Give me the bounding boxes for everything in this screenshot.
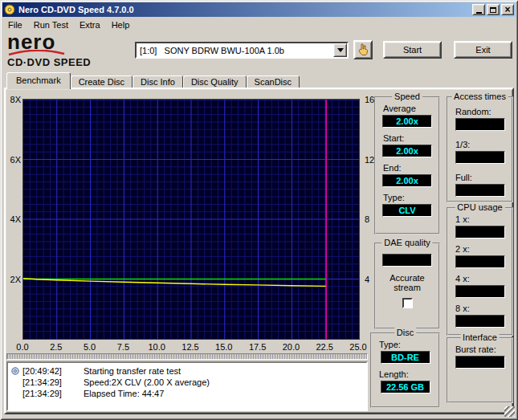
disc-panel-title: Disc	[394, 328, 416, 337]
logo-text-nero: nero	[7, 33, 129, 51]
cpu-usage-panel: CPU usage 1 x: 2 x: 4 x: 8 x:	[447, 207, 513, 336]
axis-tick-label: 10.0	[145, 342, 168, 352]
drive-select-value: [1:0] SONY BDRW BWU-100A 1.0b	[137, 46, 333, 55]
axis-tick-label: 12.5	[179, 342, 202, 352]
tab-benchmark[interactable]: Benchmark	[6, 72, 71, 89]
tab-disc-info[interactable]: Disc Info	[133, 75, 183, 88]
disc-panel: Disc Type: BD-RE Length: 22.56 GB	[370, 332, 440, 408]
access-full-value	[455, 184, 505, 197]
dae-quality-panel-title: DAE quality	[381, 238, 432, 247]
x-axis-labels: 0.02.55.07.510.012.515.017.520.022.525.0	[22, 342, 360, 353]
drive-select-dropdown-button[interactable]	[333, 43, 347, 57]
cpu-4x-label: 4 x:	[448, 274, 512, 283]
access-random-label: Random:	[448, 107, 512, 116]
disc-length-label: Length:	[372, 369, 438, 379]
speed-panel-title: Speed	[392, 92, 422, 101]
start-button[interactable]: Start	[383, 41, 442, 59]
log-time: [21:34:29]	[22, 388, 72, 399]
log-time: [20:49:42]	[22, 365, 72, 377]
axis-tick-label: 20.0	[279, 342, 302, 352]
chart-plot	[22, 99, 360, 340]
menu-bar: File Run Test Extra Help	[2, 18, 516, 32]
cpu-2x-label: 2 x:	[448, 244, 512, 254]
axis-tick-label: 8X	[8, 95, 21, 104]
speed-start-label: Start:	[376, 133, 438, 143]
resize-grip[interactable]	[504, 406, 515, 417]
interface-panel: Interface Burst rate:	[447, 337, 513, 403]
axis-tick-label: 17.5	[247, 342, 269, 352]
axis-tick-label: 15.0	[213, 342, 235, 352]
axis-tick-label: 2.5	[45, 342, 67, 352]
cpu-4x-value	[455, 285, 505, 298]
cpu-1x-value	[455, 226, 505, 239]
cpu-8x-label: 8 x:	[448, 304, 512, 313]
axis-tick-label: 16	[365, 95, 374, 104]
nero-logo: nero CD·DVD SPEED	[7, 33, 129, 71]
log-text: Starting transfer rate test	[84, 365, 181, 377]
drive-select[interactable]: [1:0] SONY BDRW BWU-100A 1.0b	[135, 42, 349, 59]
minimize-button[interactable]	[472, 4, 485, 15]
chevron-down-icon	[337, 48, 344, 55]
axis-tick-label: 4	[365, 275, 369, 284]
right-axis-labels: 481216	[363, 100, 374, 340]
speed-end-value: 2.00x	[382, 174, 432, 187]
maximize-button[interactable]	[487, 4, 500, 15]
dae-quality-value	[382, 254, 432, 267]
speed-panel: Speed Average 2.00x Start: 2.00x End: 2.…	[374, 96, 440, 234]
axis-tick-label: 12	[365, 155, 374, 165]
access-times-panel: Access times Random: 1/3: Full:	[447, 96, 513, 202]
speed-average-label: Average	[376, 104, 438, 113]
speed-start-value: 2.00x	[382, 145, 432, 157]
close-button[interactable]: ×	[501, 4, 514, 15]
left-axis-labels: 2X4X6X8X	[8, 100, 21, 340]
log-time: [21:34:29]	[22, 377, 72, 388]
axis-tick-label: 8	[365, 214, 369, 224]
axis-tick-label: 4X	[8, 214, 21, 224]
log-entry-icon	[11, 367, 19, 375]
dae-quality-panel: DAE quality Accurate stream	[374, 243, 440, 329]
tab-scandisc[interactable]: ScanDisc	[247, 75, 300, 88]
access-random-value	[455, 118, 505, 131]
disc-type-value: BD-RE	[381, 351, 430, 364]
accurate-stream-checkbox[interactable]	[402, 298, 413, 308]
speed-average-value: 2.00x	[382, 115, 432, 128]
exit-button[interactable]: Exit	[454, 41, 512, 59]
axis-tick-label: 0.0	[11, 342, 34, 352]
disc-length-value: 22.56 GB	[381, 381, 430, 393]
tab-create-disc[interactable]: Create Disc	[71, 75, 133, 88]
access-third-value	[455, 151, 505, 164]
menu-extra[interactable]: Extra	[74, 18, 106, 32]
burst-rate-value	[455, 356, 505, 369]
access-third-label: 1/3:	[448, 140, 512, 149]
speed-type-label: Type:	[376, 193, 438, 202]
app-icon[interactable]	[4, 4, 15, 15]
interface-panel-title: Interface	[460, 332, 500, 342]
hand-icon	[357, 43, 369, 56]
speed-end-label: End:	[376, 163, 438, 173]
progress-strip	[6, 353, 368, 360]
tab-strip: Benchmark Create Disc Disc Info Disc Qua…	[6, 72, 300, 89]
app-window: Nero CD-DVD Speed 4.7.0.0 × File Run Tes…	[0, 0, 518, 420]
log-text: Speed:2X CLV (2.00 X average)	[84, 377, 210, 388]
logo-text-sub: CD·DVD SPEED	[7, 56, 129, 68]
menu-help[interactable]: Help	[106, 18, 136, 32]
log-row: [20:49:42] Starting transfer rate test	[11, 365, 363, 377]
axis-tick-label: 7.5	[112, 342, 134, 352]
minimize-icon	[476, 12, 482, 14]
axis-tick-label: 22.5	[313, 342, 336, 352]
cpu-2x-value	[455, 255, 505, 268]
title-bar[interactable]: Nero CD-DVD Speed 4.7.0.0 ×	[2, 2, 516, 17]
eject-tray-button[interactable]	[353, 40, 373, 59]
log-panel: [20:49:42] Starting transfer rate test […	[6, 361, 368, 411]
toolbar: nero CD·DVD SPEED [1:0] SONY BDRW BWU-10…	[2, 33, 516, 71]
speed-type-value: CLV	[382, 204, 432, 217]
accurate-stream-label: Accurate stream	[385, 273, 430, 292]
window-controls: ×	[472, 4, 514, 15]
burst-rate-label: Burst rate:	[448, 345, 512, 354]
benchmark-chart: 2X4X6X8X 481216 0.02.55.07.510.012.515.0…	[6, 96, 374, 355]
disc-type-label: Type:	[372, 340, 438, 349]
cpu-1x-label: 1 x:	[448, 214, 512, 224]
axis-tick-label: 25.0	[347, 342, 369, 352]
maximize-icon	[490, 7, 496, 13]
tab-disc-quality[interactable]: Disc Quality	[183, 75, 247, 88]
